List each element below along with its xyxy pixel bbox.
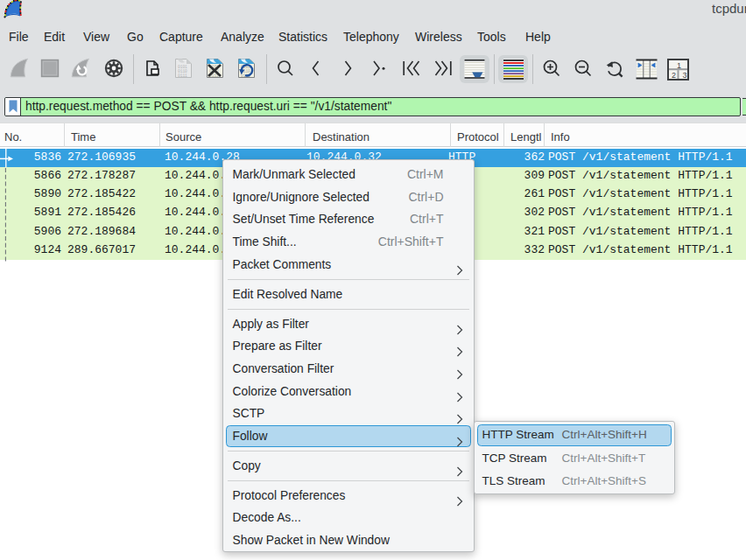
- svg-text:1: 1: [677, 60, 681, 69]
- svg-text:2: 2: [672, 70, 676, 79]
- svg-text:0111: 0111: [178, 74, 187, 78]
- svg-text:3: 3: [683, 70, 687, 79]
